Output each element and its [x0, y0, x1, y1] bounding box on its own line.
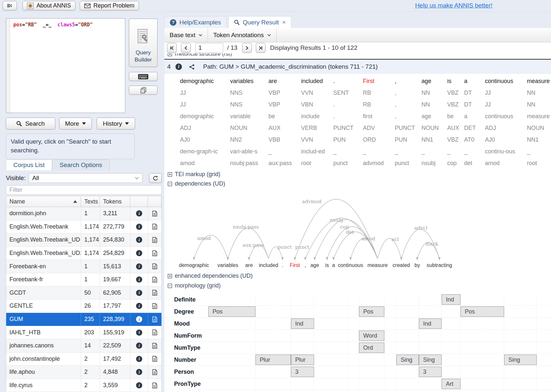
next-page-button[interactable] [242, 43, 252, 53]
token-annotations-menu[interactable]: Token Annotations [208, 28, 276, 42]
docs-icon[interactable] [152, 211, 157, 217]
more-button[interactable]: More [59, 118, 92, 130]
info-icon[interactable]: i [136, 263, 142, 270]
page-number-input[interactable] [195, 43, 223, 53]
search-button[interactable]: Search [6, 118, 55, 130]
corpus-row-GENTLE[interactable]: GENTLE2617,797i [6, 300, 161, 313]
info-icon[interactable]: i [136, 343, 142, 349]
corpus-row-john.constantinople[interactable]: john.constantinople217,492i [6, 353, 161, 366]
column-header-name[interactable]: Name [6, 196, 81, 207]
query-builder-button[interactable]: Query Builder [129, 19, 158, 67]
grid-slot [291, 378, 314, 390]
tab-query-result[interactable]: Query Result × [228, 16, 291, 28]
docs-icon[interactable] [152, 369, 157, 375]
info-icon[interactable]: i [136, 290, 142, 296]
base-text-menu[interactable]: Base text [164, 28, 208, 42]
sidebar-toggle-button[interactable] [3, 1, 17, 10]
grid-slot [537, 354, 551, 366]
section-morphology[interactable]: morphology (grid) [168, 282, 221, 289]
corpus-row-Foreebank-fr[interactable]: Foreebank-fr119,667i [6, 273, 161, 287]
report-problem-button[interactable]: Report Problem [80, 1, 139, 10]
close-icon[interactable]: × [282, 19, 286, 26]
corpus-row-IAHLT_HTB[interactable]: IAHLT_HTB203155,919i [6, 326, 161, 339]
column-header-tokens[interactable]: Tokens [100, 196, 131, 207]
clipped-section-label[interactable]: rhetorical structure (rst) [175, 53, 232, 57]
corpus-filter-input[interactable] [6, 185, 162, 195]
info-icon[interactable]: i [136, 356, 142, 362]
grid-cell: VBB [269, 134, 301, 146]
grid-slot [419, 342, 442, 354]
corpus-table-header: Name Texts Tokens [6, 196, 161, 207]
info-icon[interactable]: i [136, 329, 142, 336]
grid-slot [255, 342, 291, 354]
info-icon[interactable]: i [136, 303, 142, 309]
corpus-row-GUM[interactable]: GUM235228,399i [6, 313, 161, 326]
docs-icon[interactable] [152, 263, 157, 269]
result-path: Path: GUM > GUM_academic_discrimination … [203, 63, 378, 70]
grid-cell: a [464, 110, 485, 122]
docs-icon[interactable] [152, 250, 157, 256]
tab-corpus-list[interactable]: Corpus List [6, 160, 52, 170]
docs-icon[interactable] [152, 237, 157, 243]
envelope-icon [84, 4, 90, 8]
morphology-grid: DefiniteIndDegreePosPosPosMoodIndIndNumF… [164, 294, 551, 390]
corpus-row-Foreebank-en[interactable]: Foreebank-en115,613i [6, 260, 161, 273]
corpus-row-life.aphou[interactable]: life.aphou24,848i [6, 366, 161, 379]
info-icon[interactable]: i [136, 237, 142, 243]
history-button[interactable]: History [97, 118, 135, 130]
grid-slot [461, 354, 504, 366]
grid-cell: NOUN [421, 122, 447, 134]
info-icon[interactable]: i [136, 382, 142, 388]
info-icon[interactable]: i [136, 224, 142, 230]
corpus-row-GCDT[interactable]: GCDT5062,905i [6, 287, 161, 300]
docs-icon[interactable] [152, 224, 157, 230]
corpus-texts-count: 2 [81, 366, 100, 379]
column-header-texts[interactable]: Texts [81, 196, 100, 207]
corpus-row-johannes.canons[interactable]: johannes.canons1422,509i [6, 339, 161, 353]
docs-icon[interactable] [152, 343, 157, 349]
last-page-button[interactable] [256, 43, 266, 53]
grid-cell: VBZ [447, 87, 464, 99]
svg-text:by: by [415, 262, 420, 268]
tab-help-examples[interactable]: ? Help/Examples [164, 16, 227, 28]
morphology-value: Ind [291, 318, 314, 329]
corpus-row-English.Web.Treebank[interactable]: English.Web.Treebank1,174272,779i [6, 220, 161, 234]
query-editor[interactable]: pos="RB" _=_ claws5="ORD" [6, 18, 125, 113]
previous-page-button[interactable] [181, 43, 191, 53]
docs-icon[interactable] [152, 316, 157, 322]
query-segment: "RB" [25, 22, 37, 28]
first-page-button[interactable] [167, 43, 177, 53]
annis-logo-icon [27, 3, 34, 9]
info-icon[interactable]: i [175, 63, 182, 70]
corpus-row-English.Web.Treebank_UD[interactable]: English.Web.Treebank_UD1,174254,830i [6, 233, 161, 247]
share-icon[interactable] [189, 64, 195, 70]
docs-icon[interactable] [152, 329, 157, 335]
about-annis-button[interactable]: About ANNIS [22, 1, 76, 10]
info-icon[interactable]: i [136, 369, 142, 375]
result-tab-bar: ? Help/Examples Query Result × [164, 14, 293, 28]
docs-icon[interactable] [152, 356, 157, 362]
virtual-keyboard-button[interactable] [129, 72, 158, 81]
docs-icon[interactable] [152, 290, 157, 296]
info-icon[interactable]: i [136, 210, 142, 217]
corpus-row-dormition.john[interactable]: dormition.john13,211i [6, 207, 161, 220]
info-icon[interactable]: i [136, 316, 142, 322]
info-icon[interactable]: i [136, 276, 142, 283]
section-tei-markup[interactable]: TEI markup (grid) [168, 171, 220, 178]
docs-icon[interactable] [152, 277, 157, 283]
svg-text:demographic: demographic [179, 262, 209, 268]
svg-text:First: First [290, 262, 300, 268]
copy-query-button[interactable] [129, 86, 158, 95]
docs-icon[interactable] [152, 303, 157, 309]
reload-corpus-list-button[interactable] [149, 173, 162, 183]
corpus-set-select[interactable]: All [29, 173, 143, 183]
tab-search-options[interactable]: Search Options [52, 160, 110, 170]
corpus-row-English.Web.Treebank_UD2[interactable]: English.Web.Treebank_UD21,174254,829i [6, 247, 161, 260]
info-icon[interactable]: i [136, 250, 142, 256]
section-dependencies[interactable]: dependencies (UD) [168, 180, 225, 187]
section-enhanced-dependencies[interactable]: enhanced dependencies (UD) [168, 273, 253, 279]
help-us-link[interactable]: Help us make ANNIS better! [415, 2, 492, 9]
docs-icon[interactable] [152, 383, 157, 388]
corpus-row-life.cyrus[interactable]: life.cyrus23,559i [6, 379, 161, 392]
grid-cell: age [421, 110, 447, 122]
